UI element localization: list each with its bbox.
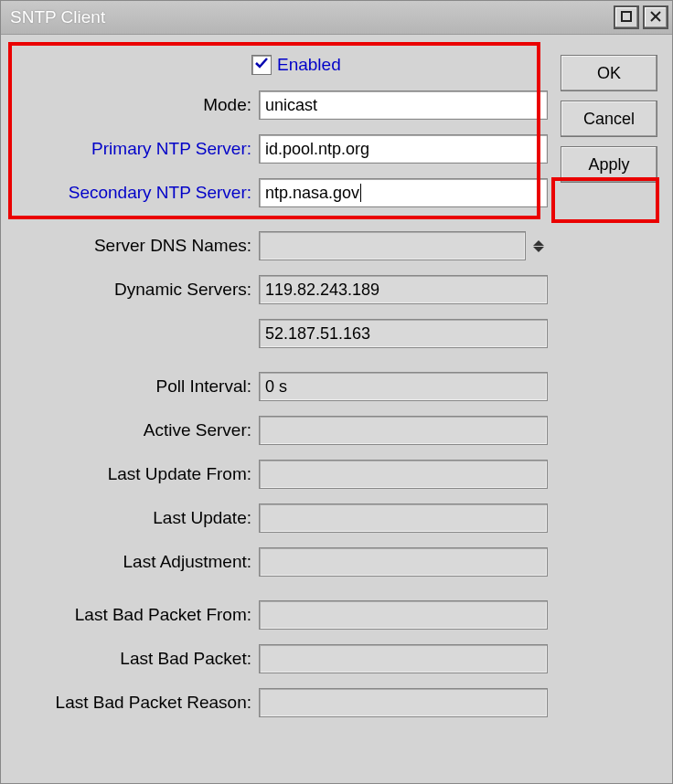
- poll-interval-field: 0 s: [259, 372, 548, 401]
- dns-field[interactable]: [259, 231, 526, 260]
- dns-label: Server DNS Names:: [16, 236, 259, 256]
- form-column: Enabled Mode: unicast Primary NTP Server…: [16, 51, 548, 731]
- text-cursor-icon: [360, 184, 361, 202]
- last-update-from-row: Last Update From:: [16, 459, 548, 490]
- last-bad-packet-reason-row: Last Bad Packet Reason:: [16, 687, 548, 718]
- last-bad-packet-row: Last Bad Packet:: [16, 643, 548, 674]
- chevron-up-icon: [533, 240, 544, 246]
- last-adjustment-row: Last Adjustment:: [16, 546, 548, 577]
- close-button[interactable]: [643, 5, 668, 29]
- last-bad-packet-label: Last Bad Packet:: [16, 649, 259, 669]
- titlebar-buttons: [614, 5, 668, 29]
- active-server-field: [259, 416, 548, 445]
- poll-interval-value: 0 s: [265, 377, 287, 397]
- dns-spinner[interactable]: [529, 231, 548, 260]
- dynamic-servers-row-2: 52.187.51.163: [16, 318, 548, 349]
- dns-row: Server DNS Names:: [16, 230, 548, 261]
- dynamic-servers-row-1: Dynamic Servers: 119.82.243.189: [16, 274, 548, 305]
- secondary-ntp-field[interactable]: ntp.nasa.gov: [259, 178, 548, 207]
- primary-ntp-label: Primary NTP Server:: [16, 139, 259, 159]
- dialog-body: Enabled Mode: unicast Primary NTP Server…: [1, 35, 672, 746]
- minimize-icon: [620, 8, 633, 27]
- last-bad-packet-from-row: Last Bad Packet From:: [16, 599, 548, 630]
- chevron-down-icon: [533, 247, 544, 252]
- mode-value: unicast: [265, 96, 317, 115]
- mode-field[interactable]: unicast: [259, 90, 548, 120]
- primary-ntp-field[interactable]: id.pool.ntp.org: [259, 134, 548, 164]
- titlebar: SNTP Client: [1, 1, 672, 35]
- last-update-row: Last Update:: [16, 503, 548, 534]
- secondary-ntp-label: Secondary NTP Server:: [16, 183, 259, 203]
- dynamic-server-1-value: 119.82.243.189: [265, 281, 379, 300]
- last-update-from-field: [259, 460, 548, 489]
- last-adjustment-field: [259, 547, 548, 577]
- last-update-label: Last Update:: [16, 508, 259, 528]
- enabled-row: Enabled: [16, 51, 548, 79]
- ok-button[interactable]: OK: [561, 55, 657, 91]
- poll-interval-label: Poll Interval:: [16, 376, 259, 397]
- enabled-label: Enabled: [277, 55, 341, 75]
- dynamic-server-2-field: 52.187.51.163: [259, 319, 548, 348]
- last-bad-packet-reason-label: Last Bad Packet Reason:: [16, 693, 259, 713]
- dynamic-server-2-value: 52.187.51.163: [265, 324, 370, 344]
- cancel-button[interactable]: Cancel: [561, 101, 657, 137]
- last-adjustment-label: Last Adjustment:: [16, 552, 259, 572]
- button-column: OK Cancel Apply: [561, 51, 657, 183]
- active-server-label: Active Server:: [16, 420, 259, 440]
- minimize-button[interactable]: [614, 5, 639, 29]
- last-bad-packet-field: [259, 644, 548, 673]
- mode-row: Mode: unicast: [16, 90, 548, 121]
- secondary-ntp-value: ntp.nasa.gov: [265, 184, 359, 203]
- window-title: SNTP Client: [10, 7, 105, 27]
- apply-button[interactable]: Apply: [561, 146, 657, 183]
- sntp-client-window: SNTP Client: [0, 0, 673, 784]
- primary-ntp-value: id.pool.ntp.org: [265, 140, 369, 159]
- check-icon: [254, 56, 269, 75]
- last-update-field: [259, 503, 548, 533]
- primary-ntp-row: Primary NTP Server: id.pool.ntp.org: [16, 133, 548, 164]
- last-bad-packet-reason-field: [259, 688, 548, 717]
- poll-interval-row: Poll Interval: 0 s: [16, 371, 548, 402]
- close-icon: [649, 8, 662, 27]
- mode-label: Mode:: [16, 95, 259, 115]
- dynamic-server-1-field: 119.82.243.189: [259, 275, 548, 304]
- secondary-ntp-row: Secondary NTP Server: ntp.nasa.gov: [16, 177, 548, 208]
- last-update-from-label: Last Update From:: [16, 464, 259, 484]
- last-bad-packet-from-field: [259, 600, 548, 630]
- last-bad-packet-from-label: Last Bad Packet From:: [16, 605, 259, 625]
- active-server-row: Active Server:: [16, 415, 548, 446]
- dynamic-servers-label: Dynamic Servers:: [16, 280, 259, 300]
- svg-rect-0: [622, 12, 631, 21]
- enabled-checkbox[interactable]: [251, 55, 272, 75]
